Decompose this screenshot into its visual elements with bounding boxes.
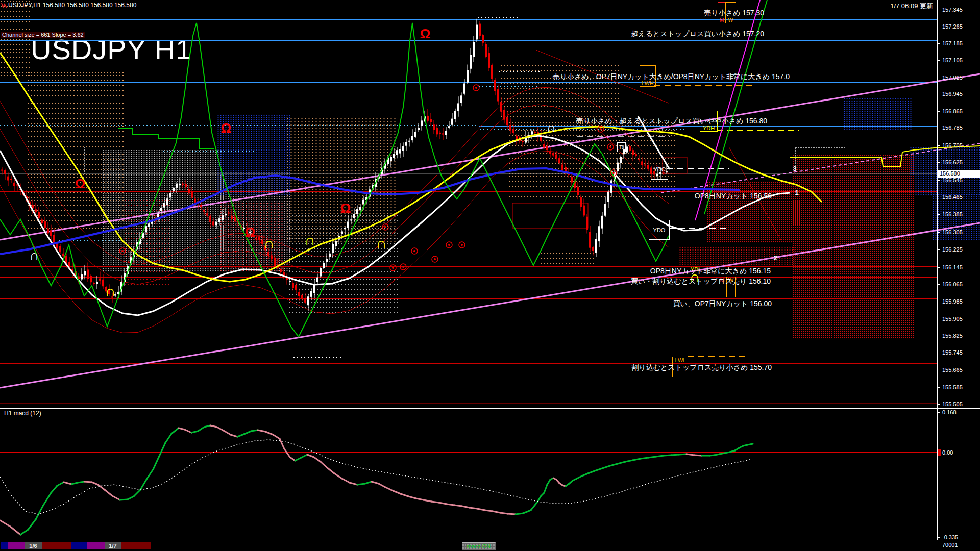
candlestick	[555, 154, 557, 158]
price-axis-label[interactable]: 157.345	[942, 7, 963, 13]
axis-tick	[937, 162, 940, 163]
price-axis-label[interactable]: 156.545	[942, 177, 963, 183]
macd-toggle-button[interactable]: macd ON	[462, 542, 496, 550]
date-strip-segment: 1/7	[105, 542, 121, 549]
macd-line	[321, 462, 327, 467]
candlestick	[225, 214, 227, 215]
macd-line	[273, 435, 280, 439]
candlestick	[274, 258, 276, 266]
candlestick	[390, 157, 392, 161]
sell-signal-omega-icon: Ω	[221, 120, 232, 136]
macd-line	[43, 493, 51, 505]
price-axis-label[interactable]: 156.705	[942, 142, 963, 148]
candlestick	[552, 153, 554, 156]
candlestick	[59, 246, 61, 252]
candlestick	[414, 132, 416, 137]
candlestick	[93, 283, 95, 284]
entry-circle-dot	[121, 250, 124, 252]
price-axis-label[interactable]: 155.505	[942, 401, 963, 407]
candlestick	[166, 198, 168, 205]
price-axis-label[interactable]: 156.305	[942, 229, 963, 235]
macd-line	[595, 468, 602, 471]
macd-line	[350, 483, 357, 485]
axis-tick	[937, 267, 940, 268]
price-axis-label[interactable]: 156.225	[942, 246, 963, 253]
price-axis-label[interactable]: 157.265	[942, 23, 963, 30]
macd-line	[258, 430, 265, 432]
macd-line	[715, 454, 720, 455]
signal-arch-icon: ∩	[30, 247, 39, 263]
macd-signal-line	[0, 440, 752, 514]
candlestick	[626, 146, 628, 152]
sell-signal-omega-icon: Ω	[245, 224, 256, 240]
price-axis-label[interactable]: 156.945	[942, 91, 963, 97]
candlestick	[4, 170, 6, 174]
macd-axis-label[interactable]: 0.168	[942, 409, 957, 415]
candlestick	[393, 154, 395, 158]
candlestick	[176, 184, 178, 188]
price-axis-label[interactable]: 157.185	[942, 40, 963, 46]
price-axis-label[interactable]: 155.585	[942, 384, 963, 390]
macd-line	[750, 444, 753, 444]
candlestick	[641, 161, 643, 165]
macd-axis-label[interactable]: 0.00	[942, 449, 953, 456]
macd-line	[280, 439, 284, 449]
candlestick	[332, 244, 334, 253]
macd-line	[98, 485, 105, 490]
main-chart-canvas[interactable]: ΩΩΩΩΩ∩∩∩∩∩∩∩	[0, 0, 980, 551]
macd-line	[687, 454, 694, 455]
candlestick	[445, 131, 447, 135]
price-axis-label[interactable]: 157.105	[942, 57, 963, 63]
candlestick	[335, 241, 337, 246]
macd-axis-label[interactable]: -0.335	[942, 534, 958, 540]
macd-line	[470, 508, 477, 509]
macd-axis-label[interactable]: 70001	[942, 542, 958, 548]
price-axis-label[interactable]: 156.625	[942, 159, 963, 165]
macd-line	[679, 454, 687, 455]
price-axis-label[interactable]: 155.825	[942, 333, 963, 339]
candlestick	[610, 180, 612, 193]
axis-tick	[937, 284, 940, 285]
axis-tick	[937, 232, 940, 233]
level-box-ydo: YDO	[649, 220, 670, 240]
price-axis-label[interactable]: 155.745	[942, 349, 963, 356]
price-axis-label[interactable]: 156.385	[942, 211, 963, 217]
candlestick	[470, 55, 472, 68]
price-axis-label[interactable]: 156.065	[942, 281, 963, 287]
signal-arch-icon: ∩	[547, 120, 556, 135]
macd-line	[671, 455, 679, 455]
panel-separator-top	[0, 407, 980, 407]
candlestick	[185, 184, 187, 187]
axis-border[interactable]	[937, 0, 938, 540]
price-axis-label[interactable]: 155.905	[942, 316, 963, 322]
price-axis-label[interactable]: 155.665	[942, 367, 963, 373]
macd-line	[401, 494, 408, 496]
macd-line	[153, 456, 159, 469]
price-axis-label[interactable]: 155.985	[942, 298, 963, 305]
entry-circle-dot	[434, 258, 436, 260]
price-axis-label[interactable]: 156.785	[942, 124, 963, 131]
macd-line	[582, 473, 588, 476]
candlestick	[485, 44, 487, 57]
candlestick	[531, 131, 533, 134]
macd-line	[64, 482, 71, 484]
candlestick	[421, 120, 423, 126]
candlestick	[84, 271, 86, 276]
candlestick	[157, 214, 159, 217]
candlestick	[231, 216, 233, 219]
price-axis-label[interactable]: 157.025	[942, 74, 963, 81]
axis-tick	[937, 387, 940, 388]
entry-circle-dot	[609, 146, 611, 148]
candlestick	[310, 291, 312, 297]
entry-circle-dot	[413, 250, 415, 252]
price-axis-label[interactable]: 156.145	[942, 264, 963, 270]
sell-signal-omega-icon: Ω	[340, 201, 351, 216]
update-time-label: 1/7 06:09 更新	[890, 2, 933, 11]
candlestick	[451, 119, 453, 125]
candlestick	[53, 235, 55, 243]
price-axis-label[interactable]: 156.465	[942, 194, 963, 200]
macd-line	[625, 460, 633, 462]
session-strip-segment	[8, 542, 24, 549]
price-axis-label[interactable]: 156.865	[942, 108, 963, 114]
candlestick	[442, 133, 444, 134]
